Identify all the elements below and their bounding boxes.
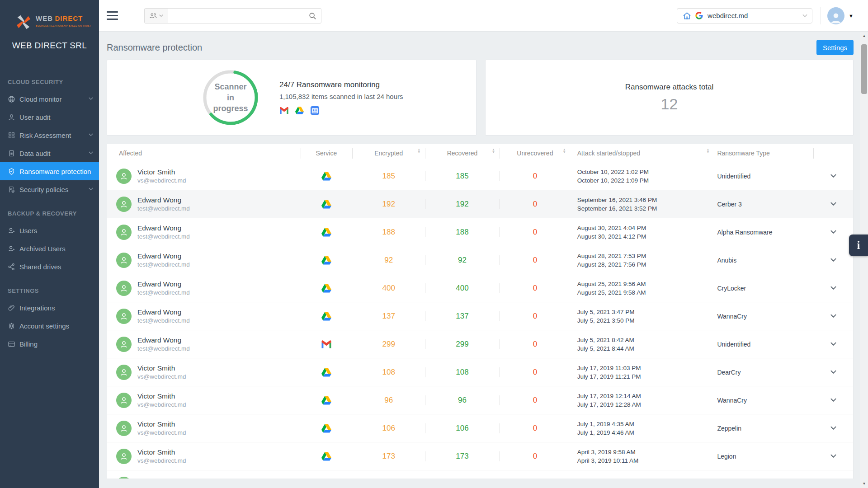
sidebar-item[interactable]: Shared drives [0, 258, 99, 276]
sidebar-item-icon [8, 340, 15, 348]
affected-name: Victor Smith [137, 392, 186, 400]
gmail-icon [321, 339, 332, 350]
recovered-count: 92 [425, 246, 500, 274]
row-expand-button[interactable] [813, 398, 853, 402]
row-expand-button[interactable] [813, 454, 853, 458]
column-header-expand [813, 144, 853, 162]
affected-name: Edward Wong [137, 308, 190, 316]
row-expand-button[interactable] [813, 286, 853, 290]
ransomware-type: CryLocker [714, 285, 813, 292]
row-expand-button[interactable] [813, 314, 853, 318]
row-expand-button[interactable] [813, 230, 853, 234]
sidebar-item[interactable]: Account settings [0, 317, 99, 335]
sidebar-item-label: Integrations [19, 304, 55, 312]
brand-word-direct: DIRECT [55, 14, 83, 22]
recovered-count: 108 [425, 358, 500, 386]
ransomware-type: Zeppelin [714, 425, 813, 432]
user-menu[interactable]: ▼ [827, 7, 854, 24]
sidebar-item[interactable]: Data audit [0, 144, 99, 162]
sidebar-item[interactable]: Billing [0, 335, 99, 353]
attack-started: August 28, 2021 7:53 PM [577, 252, 714, 260]
sidebar-item-icon [8, 322, 15, 330]
scrollbar-thumb[interactable] [861, 44, 867, 94]
search-input[interactable] [168, 9, 321, 23]
menu-toggle-button[interactable] [107, 11, 118, 20]
column-header-encrypted[interactable]: Encrypted▲▼ [352, 144, 425, 162]
sidebar-item[interactable]: Ransomware protection [0, 162, 99, 180]
table-row[interactable]: Edward Wong test@webdirect.md 299 299 0 … [107, 330, 853, 358]
scroll-up-arrow[interactable]: ▲ [860, 34, 868, 38]
sort-icon[interactable]: ▲▼ [492, 148, 495, 154]
sidebar-item[interactable]: Risk Assessment [0, 126, 99, 144]
recovered-count: 299 [425, 330, 500, 358]
attack-stopped: July 5, 2021 3:50 PM [577, 316, 714, 325]
row-expand-button[interactable] [813, 426, 853, 430]
attack-started: July 5, 2021 8:42 AM [577, 336, 714, 344]
attack-dates-cell: September 16, 2021 3:46 PM September 16,… [571, 196, 714, 213]
table-row[interactable]: Victor Smith vs@webdirect.md 96 96 0 Jul… [107, 386, 853, 414]
user-avatar [116, 281, 132, 296]
sidebar-item[interactable]: User audit [0, 108, 99, 126]
encrypted-count: 299 [352, 330, 425, 358]
row-expand-button[interactable] [813, 174, 853, 178]
encrypted-count: 92 [352, 246, 425, 274]
column-header-unrecovered[interactable]: Unrecovered▲▼ [500, 144, 571, 162]
sidebar-item[interactable]: Users [0, 221, 99, 239]
sidebar-item[interactable]: Archived Users [0, 239, 99, 258]
sidebar-item[interactable]: Cloud monitor [0, 90, 99, 108]
attack-started: July 17, 2019 12:14 AM [577, 392, 714, 400]
attack-started: August 25, 2021 9:56 AM [577, 280, 714, 288]
table-row[interactable]: Edward Wong test@webdirect.md 137 137 0 … [107, 302, 853, 330]
attack-started: July 17, 2019 11:03 PM [577, 364, 714, 372]
sidebar-item[interactable]: Security policies [0, 180, 99, 198]
row-expand-button[interactable] [813, 258, 853, 262]
table-row[interactable]: Victor Smith vs@webdirect.md 173 173 0 A… [107, 442, 853, 470]
info-button[interactable]: i [849, 235, 868, 256]
unrecovered-count: 0 [500, 414, 571, 442]
column-header-attack-started-stopped[interactable]: Attack started/stopped▲▼ [571, 144, 714, 162]
scanner-progress-ring: Scanner in progress [202, 69, 259, 126]
brand-word-web: WEB [36, 14, 53, 22]
table-row[interactable]: Victor Smith vs@webdirect.md 185 185 0 O… [107, 162, 853, 190]
table-row[interactable]: Victor Smith vs@webdirect.md 106 106 0 J… [107, 414, 853, 442]
sort-icon[interactable]: ▲▼ [706, 148, 709, 154]
service-cell [301, 339, 353, 350]
sort-icon[interactable]: ▲▼ [417, 148, 420, 154]
domain-selector[interactable]: webdirect.md [677, 8, 812, 23]
attack-dates-cell: July 5, 2021 3:47 PM July 5, 2021 3:50 P… [571, 308, 714, 325]
attack-dates-cell: July 17, 2019 11:03 PM July 17, 2019 11:… [571, 364, 714, 381]
scroll-down-arrow[interactable]: ▼ [860, 482, 868, 486]
settings-button[interactable]: Settings [816, 40, 854, 55]
sidebar-item-icon [8, 186, 15, 193]
sidebar-item[interactable]: Integrations [0, 299, 99, 317]
row-expand-button[interactable] [813, 370, 853, 374]
company-name: WEB DIRECT SRL [0, 41, 99, 51]
chevron-down-icon [830, 454, 837, 458]
table-row[interactable]: Edward Wong test@webdirect.md 188 188 0 … [107, 218, 853, 246]
user-avatar [116, 421, 132, 436]
affected-name: Victor Smith [137, 364, 186, 372]
attack-stopped: July 17, 2019 11:21 PM [577, 372, 714, 381]
sidebar-item-label: Cloud monitor [19, 95, 61, 103]
affected-name: Edward Wong [137, 252, 190, 260]
table-row[interactable]: Edward Wong test@webdirect.md 92 92 0 Au… [107, 246, 853, 274]
table-row[interactable]: Victor Smith vs@webdirect.md 108 108 0 J… [107, 358, 853, 386]
search-icon[interactable] [309, 12, 316, 20]
table-row[interactable]: Edward Wong test@webdirect.md 192 192 0 … [107, 190, 853, 218]
row-expand-button[interactable] [813, 342, 853, 346]
row-expand-button[interactable] [813, 202, 853, 206]
google-icon [695, 11, 703, 20]
encrypted-count: 185 [352, 162, 425, 190]
google-drive-icon [321, 283, 332, 294]
table-row[interactable]: Edward Wong test@webdirect.md 400 400 0 … [107, 274, 853, 302]
affected-cell: Victor Smith vs@webdirect.md [107, 392, 301, 408]
search-scope-dropdown[interactable] [145, 9, 168, 23]
table-row[interactable]: April 3, 2019 4:05 AM [107, 470, 853, 479]
user-avatar [116, 365, 132, 380]
sidebar-item-icon [8, 95, 15, 103]
unrecovered-count: 0 [500, 386, 571, 414]
affected-cell: Edward Wong test@webdirect.md [107, 196, 301, 212]
column-header-recovered[interactable]: Recovered▲▼ [425, 144, 500, 162]
sort-icon[interactable]: ▲▼ [563, 148, 566, 154]
vertical-scrollbar[interactable]: ▲ ▼ [860, 32, 868, 488]
